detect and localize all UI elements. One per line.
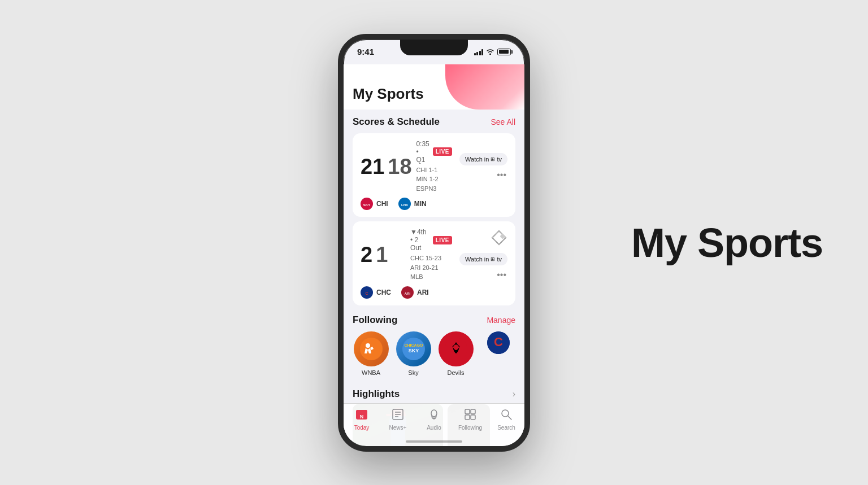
score-home-2: 2	[361, 244, 372, 265]
svg-text:LNX: LNX	[401, 203, 408, 207]
team-chi: SKY CHI	[361, 198, 388, 210]
tab-search-label: Search	[497, 425, 515, 431]
battery-icon	[497, 49, 511, 55]
wnba-circle	[354, 331, 389, 366]
score-numbers: 21 18	[361, 156, 411, 177]
svg-text:C: C	[365, 291, 368, 295]
today-icon: N	[355, 408, 368, 423]
team-records-2: CHC 15-23 ARI 20-21 MLB	[410, 254, 452, 282]
team-chc: C CHC	[361, 286, 391, 299]
highlights-header: Highlights ›	[353, 388, 515, 400]
following-section: Following Manage	[344, 314, 524, 381]
score-actions: Watch in ⊞ tv •••	[457, 153, 507, 180]
chevron-right-icon[interactable]: ›	[513, 389, 515, 399]
signal-icon	[474, 49, 484, 55]
more-button-2[interactable]: •••	[496, 270, 507, 280]
following-team-wnba[interactable]: WNBA	[353, 331, 389, 376]
search-icon	[500, 408, 513, 423]
svg-rect-29	[465, 409, 470, 414]
watch-button-2[interactable]: Watch in ⊞ tv	[459, 253, 507, 265]
see-all-button[interactable]: See All	[491, 117, 515, 126]
svg-rect-21	[356, 412, 367, 413]
svg-line-34	[508, 416, 511, 420]
scores-section: Scores & Schedule See All 21 18 0:35 • Q…	[344, 110, 524, 314]
tab-audio[interactable]: Audio	[420, 408, 448, 431]
appletv-icon-2: ⊞	[491, 256, 495, 262]
min-logo: LNX	[398, 198, 411, 210]
scores-title: Scores & Schedule	[353, 116, 440, 128]
chi-logo: SKY	[361, 198, 373, 210]
svg-text:CHICAGO: CHICAGO	[404, 343, 423, 347]
status-row: 0:35 • Q1 LIVE	[416, 140, 452, 164]
wnba-label: WNBA	[362, 369, 380, 376]
sky-label: Sky	[408, 369, 418, 376]
big-sports-label: My Sports	[631, 220, 823, 266]
manage-link[interactable]: Manage	[487, 316, 515, 325]
svg-rect-32	[471, 415, 475, 420]
svg-text:ARI: ARI	[405, 292, 411, 295]
highlights-title: Highlights	[353, 388, 400, 400]
svg-rect-30	[471, 409, 475, 414]
live-badge: LIVE	[433, 147, 452, 156]
ari-logo: ARI	[401, 286, 414, 299]
following-team-cubs[interactable]: C	[480, 331, 515, 376]
watch-button[interactable]: Watch in ⊞ tv	[459, 153, 507, 165]
status-time: 9:41	[357, 47, 374, 56]
tab-search[interactable]: Search	[492, 408, 520, 431]
svg-text:SKY: SKY	[363, 203, 370, 207]
team-chc-label: CHC	[376, 289, 391, 296]
screen-content: My Sports Scores & Schedule See All 21 1…	[344, 64, 524, 446]
score-away-2: 1	[376, 244, 388, 265]
network-2: MLB	[410, 272, 452, 282]
tab-bar: N Today News+	[344, 403, 524, 446]
audio-icon	[428, 408, 440, 423]
following-icon	[464, 408, 476, 423]
newsplus-icon	[392, 408, 404, 423]
svg-text:N: N	[360, 414, 364, 420]
devils-label: Devils	[448, 369, 465, 376]
phone-frame: 9:41	[338, 34, 530, 452]
team-records: CHI 1-1 MIN 1-2 ESPN3	[416, 165, 452, 194]
tab-newsplus[interactable]: News+	[384, 408, 412, 431]
team-chi-label: CHI	[376, 200, 388, 208]
score-away: 18	[388, 156, 411, 177]
following-team-sky[interactable]: CHICAGO SKY Sky	[395, 331, 432, 376]
more-button[interactable]: •••	[496, 170, 507, 180]
home-indicator	[406, 440, 462, 443]
tab-today[interactable]: N Today	[348, 408, 376, 431]
page-wrapper: My Sports 9:41	[0, 0, 868, 485]
team-min-label: MIN	[414, 200, 427, 208]
header-banner: My Sports	[344, 64, 524, 110]
tab-audio-label: Audio	[427, 425, 441, 431]
appletv-icon: ⊞	[491, 156, 495, 162]
tab-newsplus-label: News+	[389, 425, 407, 431]
svg-point-12	[366, 343, 370, 348]
teams-row-basketball: SKY CHI LNX M	[361, 198, 507, 210]
live-badge-2: LIVE	[433, 236, 452, 244]
svg-rect-31	[465, 415, 470, 420]
tab-following[interactable]: Following	[456, 408, 484, 431]
game-info: 0:35 • Q1 LIVE CHI 1-1 MIN 1-2 ESPN3	[416, 140, 452, 194]
following-header: Following Manage	[353, 314, 515, 326]
game-time-2: ▼4th • 2 Out	[410, 228, 429, 252]
game-info-2: ▼4th • 2 Out LIVE CHC 15-23 ARI 20-21 ML…	[410, 228, 452, 282]
teams-row-baseball: C CHC ARI ARI	[361, 286, 507, 299]
score-actions-2: Watch in ⊞ tv •••	[457, 229, 507, 280]
score-numbers-2: 2 1	[361, 244, 406, 265]
chc-logo: C	[361, 286, 373, 299]
banner-gradient	[445, 64, 524, 110]
phone-notch	[400, 40, 468, 55]
game-card-baseball: 2 1 ▼4th • 2 Out LIVE CHC 15-23 ARI 20-2…	[353, 221, 515, 305]
svg-point-16	[445, 338, 467, 360]
game-time: 0:35 • Q1	[416, 140, 429, 164]
team-min: LNX MIN	[398, 198, 427, 210]
following-teams-list: WNBA CHICAGO SKY Sky	[353, 331, 515, 376]
cubs-circle: C	[487, 331, 510, 354]
devils-circle	[439, 331, 474, 366]
status-icons	[474, 48, 511, 56]
svg-point-33	[502, 410, 509, 417]
network: ESPN3	[416, 184, 452, 194]
score-home: 21	[361, 156, 384, 177]
tab-today-label: Today	[354, 425, 370, 431]
following-team-devils[interactable]: Devils	[437, 331, 474, 376]
